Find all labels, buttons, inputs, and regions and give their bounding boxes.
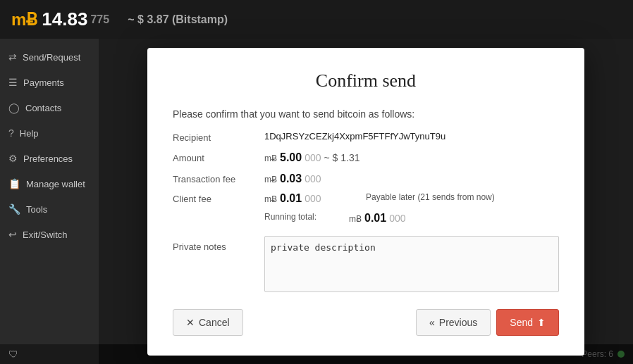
cancel-label: Cancel bbox=[199, 317, 230, 328]
top-amount-faint: 775 bbox=[90, 13, 109, 26]
preferences-icon: ⚙ bbox=[8, 153, 18, 164]
sidebar: ⇄ Send/Request ☰ Payments ◯ Contacts ? H… bbox=[0, 39, 99, 364]
tools-icon: 🔧 bbox=[8, 203, 20, 215]
cancel-button[interactable]: ✕ Cancel bbox=[173, 309, 243, 336]
payments-icon: ☰ bbox=[8, 77, 18, 88]
sidebar-item-manage-wallet[interactable]: 📋 Manage wallet bbox=[0, 171, 99, 196]
amount-row: Amount mɃ 5.00 000 ~ $ 1.31 bbox=[173, 151, 559, 164]
sidebar-label-preferences: Preferences bbox=[23, 153, 73, 164]
sidebar-label-exit-switch: Exit/Switch bbox=[23, 230, 68, 240]
contacts-icon: ◯ bbox=[8, 102, 20, 113]
manage-wallet-icon: 📋 bbox=[8, 178, 20, 189]
tx-fee-mbtc-sym: mɃ bbox=[264, 175, 277, 184]
top-fiat: ~ $ 3.87 (Bitstamp) bbox=[128, 13, 228, 26]
sidebar-item-payments[interactable]: ☰ Payments bbox=[0, 70, 99, 95]
exit-switch-icon: ↩ bbox=[8, 229, 17, 240]
sidebar-label-send-request: Send/Request bbox=[23, 52, 80, 63]
amount-btc-faint: 000 bbox=[305, 152, 321, 163]
sidebar-label-tools: Tools bbox=[26, 204, 47, 215]
previous-button[interactable]: « Previous bbox=[416, 309, 491, 336]
top-amount: 14.83 bbox=[42, 8, 87, 30]
amount-value: mɃ 5.00 000 ~ $ 1.31 bbox=[264, 151, 559, 164]
send-icon: ⬆ bbox=[537, 317, 546, 328]
tx-fee-value: mɃ 0.03 000 bbox=[264, 172, 321, 185]
status-left: 🛡 bbox=[8, 349, 18, 360]
client-fee-mbtc-sym: mɃ bbox=[264, 194, 277, 204]
sidebar-item-contacts[interactable]: ◯ Contacts bbox=[0, 95, 99, 120]
modal-intro: Please confirm that you want to send bit… bbox=[173, 108, 559, 120]
main-layout: ⇄ Send/Request ☰ Payments ◯ Contacts ? H… bbox=[0, 39, 633, 364]
client-fee-left: Client fee mɃ 0.01 000 bbox=[173, 192, 366, 205]
top-bar: mɃ 14.83 775 ~ $ 3.87 (Bitstamp) bbox=[0, 0, 633, 39]
client-fee-label: Client fee bbox=[173, 192, 264, 204]
tx-fee-row: Transaction fee mɃ 0.03 000 bbox=[173, 172, 559, 185]
amount-mbtc-sym: mɃ bbox=[264, 153, 277, 163]
amount-label: Amount bbox=[173, 151, 264, 163]
recipient-row: Recipient 1DqJRSYzCEZkj4XxpmF5FTFfYJwTyn… bbox=[173, 131, 559, 143]
running-total-label: Running total: bbox=[264, 212, 349, 225]
notes-label: Private notes bbox=[173, 236, 264, 252]
recipient-value: 1DqJRSYzCEZkj4XxpmF5FTFfYJwTynuT9u bbox=[264, 131, 559, 142]
sidebar-label-help: Help bbox=[20, 128, 39, 139]
help-icon: ? bbox=[8, 127, 14, 139]
previous-label: Previous bbox=[439, 317, 477, 328]
notes-textarea[interactable] bbox=[264, 236, 559, 292]
main-content: Confirm send Please confirm that you wan… bbox=[99, 39, 633, 364]
sidebar-item-preferences[interactable]: ⚙ Preferences bbox=[0, 146, 99, 171]
tx-fee-faint: 000 bbox=[305, 173, 321, 184]
mbtc-icon: mɃ bbox=[11, 10, 37, 30]
client-fee-row: Client fee mɃ 0.01 000 Payable later (21… bbox=[173, 192, 559, 205]
amount-btc-bold: 5.00 bbox=[280, 151, 302, 164]
sidebar-label-payments: Payments bbox=[23, 77, 64, 88]
tx-fee-left: Transaction fee mɃ 0.03 000 bbox=[173, 172, 559, 185]
running-total-row: Running total: mɃ 0.01 000 bbox=[173, 212, 559, 225]
client-fee-faint: 000 bbox=[305, 193, 321, 204]
shield-icon: 🛡 bbox=[8, 349, 18, 360]
tx-fee-bold: 0.03 bbox=[280, 172, 302, 185]
sidebar-label-manage-wallet: Manage wallet bbox=[26, 179, 85, 189]
running-mbtc-sym: mɃ bbox=[349, 214, 362, 224]
cancel-icon: ✕ bbox=[186, 317, 195, 328]
send-label: Send bbox=[510, 317, 533, 328]
amount-approx: ~ $ 1.31 bbox=[324, 152, 360, 163]
running-faint: 000 bbox=[389, 213, 405, 224]
modal-title: Confirm send bbox=[173, 70, 559, 92]
modal-backdrop: Confirm send Please confirm that you wan… bbox=[99, 39, 633, 364]
previous-icon: « bbox=[429, 317, 435, 328]
tx-fee-label: Transaction fee bbox=[173, 172, 264, 184]
sidebar-item-help[interactable]: ? Help bbox=[0, 120, 99, 146]
payable-later: Payable later (21 sends from now) bbox=[366, 192, 559, 202]
send-request-icon: ⇄ bbox=[8, 51, 17, 63]
notes-row: Private notes bbox=[173, 236, 559, 292]
sidebar-item-send-request[interactable]: ⇄ Send/Request bbox=[0, 44, 99, 70]
approx-separator bbox=[119, 11, 123, 29]
confirm-send-modal: Confirm send Please confirm that you wan… bbox=[147, 48, 584, 356]
sidebar-item-tools[interactable]: 🔧 Tools bbox=[0, 196, 99, 222]
modal-footer: ✕ Cancel « Previous Send ⬆ bbox=[173, 309, 559, 336]
client-fee-bold: 0.01 bbox=[280, 192, 302, 205]
recipient-label: Recipient bbox=[173, 131, 264, 143]
sidebar-item-exit-switch[interactable]: ↩ Exit/Switch bbox=[0, 222, 99, 247]
running-total-value: mɃ 0.01 000 bbox=[349, 212, 406, 225]
running-bold: 0.01 bbox=[364, 212, 386, 225]
sidebar-label-contacts: Contacts bbox=[25, 103, 61, 113]
send-button[interactable]: Send ⬆ bbox=[496, 309, 559, 336]
right-buttons: « Previous Send ⬆ bbox=[416, 309, 559, 336]
client-fee-value: mɃ 0.01 000 bbox=[264, 192, 321, 205]
